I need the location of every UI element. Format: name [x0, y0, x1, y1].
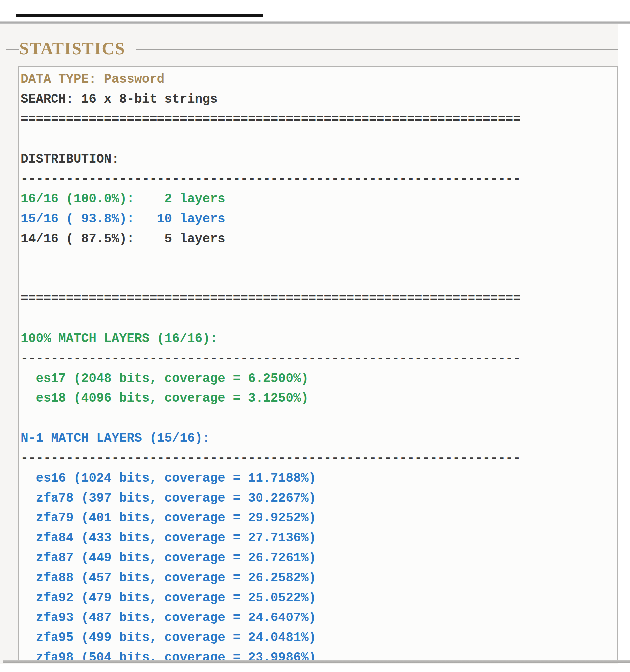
output-line: 14/16 ( 87.5%): 5 layers — [21, 229, 617, 249]
output-line: ----------------------------------------… — [21, 349, 617, 368]
output-line — [21, 249, 617, 269]
output-line: zfa88 (457 bits, coverage = 26.2582%) — [21, 568, 617, 588]
horizontal-separator — [0, 21, 630, 24]
output-line: 16/16 (100.0%): 2 layers — [21, 189, 617, 209]
output-line: zfa84 (433 bits, coverage = 27.7136%) — [21, 528, 617, 548]
statistics-groupbox-label: STATISTICS — [19, 39, 125, 58]
output-line: ----------------------------------------… — [21, 169, 617, 189]
output-line: ========================================… — [21, 289, 617, 309]
output-line — [21, 129, 617, 149]
bottom-window-edge — [3, 660, 630, 663]
output-line: SEARCH: 16 x 8-bit strings — [21, 89, 617, 109]
statistics-textbox[interactable]: DATA TYPE: PasswordSEARCH: 16 x 8-bit st… — [18, 66, 618, 660]
output-line: zfa87 (449 bits, coverage = 26.7261%) — [21, 548, 617, 568]
app-window: STATISTICS DATA TYPE: PasswordSEARCH: 16… — [0, 0, 630, 672]
output-line: es16 (1024 bits, coverage = 11.7188%) — [21, 468, 617, 488]
output-line: zfa78 (397 bits, coverage = 30.2267%) — [21, 488, 617, 508]
groupbox-border-right — [136, 49, 618, 50]
output-line: 100% MATCH LAYERS (16/16): — [21, 329, 617, 349]
output-line: DATA TYPE: Password — [21, 69, 617, 89]
groupbox-border-left-stub — [6, 49, 19, 50]
statistics-output: DATA TYPE: PasswordSEARCH: 16 x 8-bit st… — [19, 67, 617, 660]
output-line — [21, 269, 617, 289]
output-line: zfa79 (401 bits, coverage = 29.9252%) — [21, 508, 617, 528]
output-line: DISTRIBUTION: — [21, 149, 617, 169]
output-line: ----------------------------------------… — [21, 448, 617, 468]
output-line: 15/16 ( 93.8%): 10 layers — [21, 209, 617, 229]
output-line: zfa98 (504 bits, coverage = 23.9986%) — [21, 648, 617, 660]
top-divider-bar — [16, 14, 264, 17]
output-line: N-1 MATCH LAYERS (15/16): — [21, 428, 617, 448]
output-line: ========================================… — [21, 109, 617, 129]
output-line — [21, 309, 617, 329]
output-line: zfa92 (479 bits, coverage = 25.0522%) — [21, 588, 617, 608]
output-line: es17 (2048 bits, coverage = 6.2500%) — [21, 368, 617, 388]
output-line: zfa95 (499 bits, coverage = 24.0481%) — [21, 628, 617, 648]
output-line: es18 (4096 bits, coverage = 3.1250%) — [21, 388, 617, 408]
output-line — [21, 408, 617, 428]
output-line: zfa93 (487 bits, coverage = 24.6407%) — [21, 608, 617, 628]
